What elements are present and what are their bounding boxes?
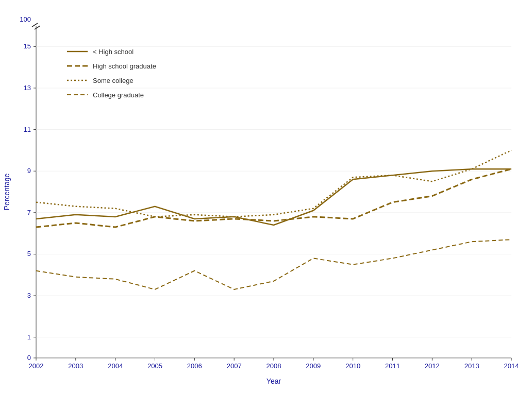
svg-text:2007: 2007 bbox=[227, 362, 242, 370]
svg-text:High school graduate: High school graduate bbox=[93, 62, 156, 70]
chart-container: 0135791113151002002200320042005200620072… bbox=[0, 0, 532, 394]
svg-text:2010: 2010 bbox=[345, 362, 360, 370]
svg-text:100: 100 bbox=[20, 15, 31, 23]
svg-text:2006: 2006 bbox=[187, 362, 202, 370]
chart-svg: 0135791113151002002200320042005200620072… bbox=[0, 0, 532, 394]
svg-text:11: 11 bbox=[24, 126, 31, 133]
svg-text:2005: 2005 bbox=[147, 362, 162, 370]
svg-text:2002: 2002 bbox=[29, 362, 44, 370]
svg-text:15: 15 bbox=[24, 42, 31, 50]
svg-text:9: 9 bbox=[27, 167, 31, 175]
svg-rect-1 bbox=[0, 0, 532, 394]
svg-text:2014: 2014 bbox=[504, 362, 519, 370]
svg-text:7: 7 bbox=[27, 209, 31, 216]
svg-text:2009: 2009 bbox=[306, 362, 321, 370]
svg-text:2011: 2011 bbox=[385, 362, 400, 370]
svg-text:2012: 2012 bbox=[425, 362, 440, 370]
svg-text:5: 5 bbox=[27, 250, 31, 258]
svg-text:3: 3 bbox=[27, 292, 31, 299]
svg-text:Some college: Some college bbox=[93, 77, 134, 84]
svg-text:< High school: < High school bbox=[93, 48, 134, 56]
svg-text:Year: Year bbox=[267, 377, 281, 385]
svg-text:1: 1 bbox=[27, 333, 31, 341]
svg-text:2013: 2013 bbox=[464, 362, 479, 370]
svg-text:College graduate: College graduate bbox=[93, 91, 144, 99]
svg-text:2008: 2008 bbox=[267, 362, 281, 370]
svg-text:2004: 2004 bbox=[108, 362, 123, 370]
svg-text:0: 0 bbox=[27, 354, 31, 362]
svg-text:13: 13 bbox=[24, 84, 31, 92]
svg-text:2003: 2003 bbox=[68, 362, 83, 370]
svg-text:Percentage: Percentage bbox=[3, 173, 11, 210]
